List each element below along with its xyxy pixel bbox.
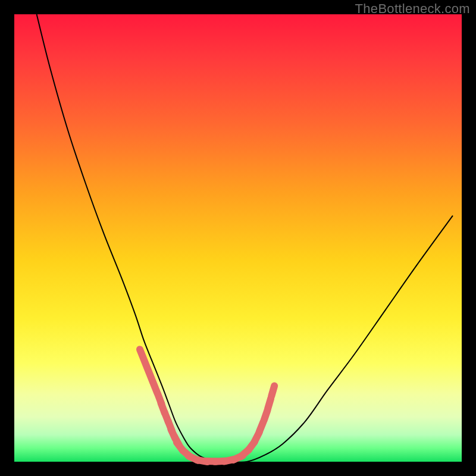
chart-svg [14,14,462,462]
marker-point [271,386,274,396]
bottleneck-curve [37,14,453,462]
marker-point [268,399,271,409]
watermark-text: TheBottleneck.com [355,1,470,17]
chart-area [14,14,462,462]
highlighted-markers [140,349,274,462]
